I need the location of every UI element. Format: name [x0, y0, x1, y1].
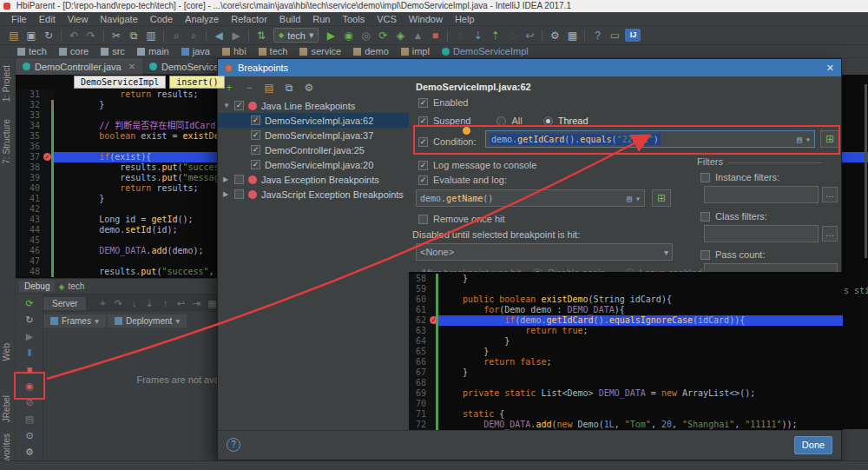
line-number[interactable]: 70	[409, 399, 438, 409]
view-tab-frames[interactable]: Frames▾	[43, 314, 106, 328]
line-number[interactable]: 37✓	[16, 152, 54, 162]
breakpoint-checkbox[interactable]: ✓	[251, 130, 260, 140]
save-icon[interactable]: ▣	[23, 28, 40, 43]
breadcrumb-main[interactable]: main	[137, 46, 169, 56]
copy-icon[interactable]: ⧉	[125, 28, 142, 43]
step-over-icon[interactable]: ↷	[110, 298, 126, 309]
line-number[interactable]: 62✓	[409, 315, 438, 326]
line-number[interactable]: 60	[409, 295, 438, 305]
expand-icon[interactable]: ▶	[223, 175, 230, 183]
line-number[interactable]: 43	[16, 215, 54, 225]
replace-icon[interactable]: ⌕	[185, 28, 202, 43]
annotate-icon[interactable]: ◌	[451, 28, 469, 43]
expand-icon[interactable]: ▶	[223, 190, 230, 198]
tool-window-button-project[interactable]: 1: Project	[2, 65, 11, 102]
breadcrumb-hbi[interactable]: hbi	[222, 46, 247, 56]
group-by-icon[interactable]: ▤	[263, 82, 275, 94]
server-tab[interactable]: Server	[43, 297, 86, 310]
breadcrumb-service[interactable]: service	[299, 46, 341, 56]
debug-tab[interactable]: Debug	[19, 281, 55, 292]
line-number[interactable]: 69	[409, 388, 438, 399]
refresh-icon[interactable]: ↻	[16, 314, 43, 326]
breadcrumb-tech[interactable]: tech	[17, 46, 47, 56]
window-titlebar[interactable]: HbiParent - [D:\repo-hand\repo-tech\tech…	[0, 0, 868, 12]
menu-run[interactable]: Run	[306, 12, 336, 25]
run-to-cursor-icon[interactable]: ⇥	[188, 298, 204, 309]
force-step-into-icon[interactable]: ⇣	[141, 298, 157, 309]
class-filters-input[interactable]	[704, 225, 819, 242]
line-number[interactable]: 38	[16, 162, 54, 173]
line-number[interactable]: 71	[409, 409, 438, 420]
tree-group-java-exception-breakpoints[interactable]: ▶Java Exception Breakpoints	[218, 172, 409, 187]
menu-view[interactable]: View	[62, 12, 95, 25]
line-number[interactable]: 46	[16, 246, 54, 256]
log-message-checkbox[interactable]: ✓	[418, 161, 428, 170]
close-icon[interactable]: ✕	[128, 62, 135, 71]
line-number[interactable]: 44	[16, 225, 54, 235]
cut-icon[interactable]: ✂	[108, 28, 125, 43]
group-checkbox[interactable]: ✓	[234, 101, 244, 110]
line-number[interactable]: 33	[16, 110, 54, 121]
pass-count-checkbox[interactable]	[700, 250, 710, 260]
condition-checkbox[interactable]: ✓	[418, 137, 428, 147]
breadcrumb-core[interactable]: core	[59, 46, 89, 56]
line-number[interactable]: 32	[16, 100, 54, 110]
editor-scrollbar[interactable]	[865, 84, 867, 258]
enabled-checkbox[interactable]: ✓	[418, 98, 428, 108]
tree-item-democontroller-java-25[interactable]: ✓DemoController.java:25	[218, 142, 409, 157]
vcs-update-icon[interactable]: ⇣	[469, 28, 486, 43]
group-checkbox[interactable]	[234, 189, 244, 199]
tree-item-demoserviceimpl-java-37[interactable]: ✓DemoServiceImpl.java:37	[218, 128, 409, 142]
menu-window[interactable]: Window	[403, 12, 449, 25]
close-icon[interactable]: ✕	[826, 63, 834, 74]
line-number[interactable]: 63	[409, 326, 438, 336]
done-button[interactable]: Done	[794, 436, 832, 454]
menu-code[interactable]: Code	[144, 12, 179, 25]
breakpoint-checkbox[interactable]: ✓	[251, 160, 260, 169]
resume-icon[interactable]: ▶	[16, 331, 43, 342]
history-icon[interactable]: ▤	[797, 135, 802, 144]
paste-icon[interactable]: ▥	[142, 28, 160, 43]
settings-icon[interactable]: ⚙	[303, 82, 315, 94]
settings-gear-icon[interactable]: ⚙	[16, 447, 43, 458]
view-breakpoints-icon[interactable]: ◉	[16, 381, 43, 392]
menu-edit[interactable]: Edit	[33, 12, 62, 25]
tool-window-button-web[interactable]: Web	[2, 343, 11, 361]
stop-icon[interactable]: ■	[426, 28, 444, 43]
menu-analyze[interactable]: Analyze	[179, 12, 225, 25]
drop-frame-icon[interactable]: ↩	[173, 298, 188, 309]
instance-filters-browse-button[interactable]: …	[822, 187, 838, 202]
line-number[interactable]: 67	[409, 367, 438, 378]
remove-breakpoint-icon[interactable]: −	[243, 82, 255, 94]
help-icon[interactable]: ?	[589, 28, 606, 43]
evaluate-input[interactable]: demo.getName() ▤ ▾	[416, 189, 645, 207]
line-number[interactable]: 72	[409, 420, 438, 430]
pause-icon[interactable]: ‖	[16, 348, 43, 358]
instance-filters-input[interactable]	[704, 186, 819, 203]
tree-item-demoserviceimpl-java-20[interactable]: ✓DemoServiceImpl.java:20	[218, 157, 409, 172]
restore-layout-icon[interactable]: ▤	[16, 414, 43, 425]
breakpoint-icon[interactable]: ✓	[43, 153, 51, 161]
suspend-checkbox[interactable]: ✓	[418, 116, 428, 126]
class-filters-checkbox[interactable]	[700, 212, 710, 222]
menu-vcs[interactable]: VCS	[371, 12, 403, 25]
expand-evaluate-button[interactable]: ⊞	[652, 189, 671, 207]
menu-build[interactable]: Build	[273, 12, 306, 25]
line-number[interactable]: 35	[16, 131, 54, 142]
project-structure-icon[interactable]: ▦	[563, 28, 581, 43]
step-out-icon[interactable]: ↑	[157, 298, 173, 309]
suspend-all-radio[interactable]	[496, 116, 506, 126]
editor-tab-democontroller-java[interactable]: DemoController.java✕	[16, 58, 142, 75]
selector-icon[interactable]: ⇅	[253, 28, 270, 43]
history-icon[interactable]: ▤	[627, 194, 632, 203]
open-icon[interactable]: ▤	[5, 28, 23, 43]
chevron-down-icon[interactable]: ▾	[806, 135, 811, 144]
line-number[interactable]: 59	[409, 284, 438, 295]
breakpoint-checkbox[interactable]: ✓	[251, 116, 260, 125]
menu-file[interactable]: File	[5, 12, 33, 25]
menu-refactor[interactable]: Refactor	[225, 12, 273, 25]
suspend-thread-radio[interactable]	[543, 116, 553, 126]
back-icon[interactable]: ◀	[210, 28, 227, 43]
stop-icon[interactable]: ■	[16, 364, 43, 374]
class-filters-browse-button[interactable]: …	[822, 226, 838, 242]
